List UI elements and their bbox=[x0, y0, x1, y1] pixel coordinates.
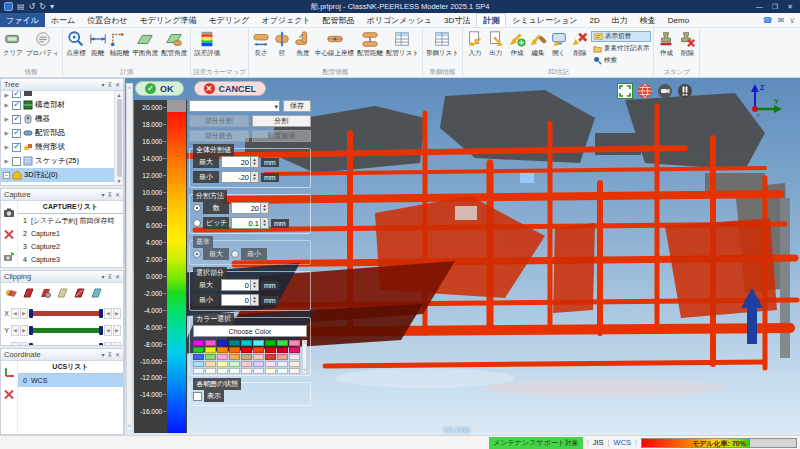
step-left-icon[interactable]: ◀ bbox=[104, 308, 112, 319]
color-swatch[interactable] bbox=[229, 347, 240, 353]
ribbon-button-表示切替[interactable]: 表示切替 bbox=[591, 31, 652, 42]
ribbon-button-削除[interactable]: 削除 bbox=[677, 29, 697, 56]
color-swatch[interactable] bbox=[241, 347, 252, 353]
count-radio[interactable] bbox=[193, 204, 201, 212]
camera-icon[interactable] bbox=[3, 204, 15, 222]
count-input[interactable]: 20▲▼ bbox=[231, 202, 269, 214]
maximize-button[interactable]: ❐ bbox=[772, 3, 778, 11]
color-swatch[interactable] bbox=[253, 361, 264, 367]
step-right-icon[interactable]: ▶ bbox=[20, 325, 28, 336]
ribbon-button-作成[interactable]: 作成 bbox=[656, 29, 676, 56]
tab-出力[interactable]: 出力 bbox=[606, 13, 634, 27]
clip-range-bar[interactable]: .slbar::before,.slbar::after{background:… bbox=[30, 311, 102, 316]
step-left-icon[interactable]: ◀ bbox=[104, 325, 112, 336]
color-swatch[interactable] bbox=[241, 340, 252, 346]
clip-plane2-icon[interactable] bbox=[39, 285, 52, 303]
capture-row[interactable]: 3Capture2 bbox=[18, 240, 123, 253]
ribbon-button-形鋼リスト[interactable]: 形鋼リスト bbox=[425, 29, 460, 56]
tree-item-clipped[interactable]: ▶ bbox=[1, 91, 114, 98]
ucs-row[interactable]: 0WCS bbox=[18, 374, 123, 387]
color-swatch[interactable] bbox=[265, 368, 276, 374]
delete-x-icon[interactable] bbox=[3, 386, 15, 404]
ribbon-button-点座標[interactable]: 点座標 bbox=[65, 29, 87, 56]
color-swatch[interactable] bbox=[277, 347, 288, 353]
choose-color-button[interactable]: Choose Color bbox=[193, 325, 307, 337]
phone-icon[interactable]: ☎ bbox=[762, 16, 772, 25]
scroll-down-icon[interactable]: ▼ bbox=[117, 178, 122, 184]
collapse-icon[interactable]: − bbox=[3, 172, 10, 179]
tab-ファイル[interactable]: ファイル bbox=[0, 13, 45, 27]
scroll-up-icon[interactable]: ▲ bbox=[117, 92, 122, 98]
capture-row[interactable]: 1[システム予約] 前回保存時 bbox=[18, 214, 123, 227]
capture-row[interactable]: 2Capture1 bbox=[18, 227, 123, 240]
color-swatch[interactable] bbox=[277, 354, 288, 360]
ribbon-button-プロパティ[interactable]: プロパティ bbox=[25, 29, 60, 56]
color-swatch[interactable] bbox=[253, 368, 264, 374]
panel-menu-icon[interactable]: ▾ bbox=[102, 81, 105, 88]
close-button[interactable]: ✕ bbox=[787, 3, 793, 11]
qat-dropdown-icon[interactable]: ▾ bbox=[50, 2, 54, 11]
ribbon-button-長さ[interactable]: 長さ bbox=[251, 29, 271, 56]
tab-Demo[interactable]: Demo bbox=[662, 13, 695, 27]
color-swatch[interactable] bbox=[277, 340, 288, 346]
clip-plane5-icon[interactable] bbox=[90, 285, 103, 303]
tab-モデリング[interactable]: モデリング bbox=[202, 13, 255, 27]
app-icon[interactable] bbox=[4, 2, 13, 11]
expand-icon[interactable]: ▶ bbox=[3, 102, 10, 108]
color-swatch[interactable] bbox=[193, 368, 204, 374]
cancel-button[interactable]: ✕CANCEL bbox=[194, 81, 267, 96]
tab-計測[interactable]: 計測 bbox=[476, 13, 506, 27]
tab-検査[interactable]: 検査 bbox=[634, 13, 662, 27]
color-swatch[interactable] bbox=[241, 368, 252, 374]
close-icon[interactable]: ✕ bbox=[115, 273, 120, 280]
chevron-down-icon[interactable]: ∨ bbox=[789, 16, 795, 25]
capture-import-icon[interactable] bbox=[3, 248, 15, 266]
clip-plane1-icon[interactable] bbox=[22, 285, 35, 303]
tree-item-配管部品[interactable]: ▶配管部品 bbox=[1, 126, 114, 140]
visibility-checkbox[interactable] bbox=[12, 91, 21, 98]
dialog-scrollbar[interactable]: ˄˅ bbox=[126, 83, 133, 431]
close-icon[interactable]: ✕ bbox=[115, 81, 120, 88]
tab-オブジェクト[interactable]: オブジェクト bbox=[255, 13, 316, 27]
step-right-icon[interactable]: ▶ bbox=[20, 308, 28, 319]
color-swatch[interactable] bbox=[265, 347, 276, 353]
selection-max-input[interactable]: 0▲▼ bbox=[221, 279, 259, 291]
color-swatch[interactable] bbox=[289, 340, 300, 346]
visibility-checkbox[interactable] bbox=[12, 157, 21, 166]
tab-2D[interactable]: 2D bbox=[584, 13, 606, 27]
saturation-button[interactable]: 彩度最適 bbox=[252, 130, 312, 142]
tree-item-スケッチ(25)[interactable]: ▶スケッチ(25) bbox=[1, 154, 114, 168]
color-swatch[interactable] bbox=[265, 361, 276, 367]
tab-位置合わせ[interactable]: 位置合わせ bbox=[81, 13, 133, 27]
globe-icon[interactable] bbox=[637, 83, 653, 99]
color-swatch[interactable] bbox=[265, 354, 276, 360]
color-swatch[interactable] bbox=[253, 347, 264, 353]
pitch-radio[interactable] bbox=[193, 219, 201, 227]
step-right-icon[interactable]: ▶ bbox=[113, 325, 121, 336]
color-swatch[interactable] bbox=[229, 361, 240, 367]
color-swatch[interactable] bbox=[229, 368, 240, 374]
warning-icon[interactable] bbox=[677, 83, 693, 99]
pin-icon[interactable]: ⊼ bbox=[108, 273, 112, 280]
color-swatch[interactable] bbox=[193, 347, 204, 353]
color-swatch[interactable] bbox=[265, 340, 276, 346]
ribbon-button-クリア[interactable]: クリア bbox=[2, 29, 24, 56]
color-swatch[interactable] bbox=[217, 347, 228, 353]
step-left-icon[interactable]: ◀ bbox=[11, 308, 19, 319]
color-swatch[interactable] bbox=[253, 354, 264, 360]
step-left-icon[interactable]: ◀ bbox=[11, 342, 19, 346]
color-swatch[interactable] bbox=[277, 361, 288, 367]
color-swatch[interactable] bbox=[241, 354, 252, 360]
visibility-checkbox[interactable] bbox=[12, 115, 21, 124]
mail-icon[interactable]: ✉ bbox=[777, 16, 784, 25]
color-swatch[interactable] bbox=[193, 340, 204, 346]
basis-min-radio[interactable] bbox=[231, 250, 239, 258]
tree-item-3D注記(0)[interactable]: −3D注記(0) bbox=[1, 168, 114, 182]
ribbon-button-出力[interactable]: 出力 bbox=[486, 29, 506, 56]
color-swatch[interactable] bbox=[277, 368, 288, 374]
close-icon[interactable]: ✕ bbox=[115, 351, 120, 358]
ribbon-button-配管距離[interactable]: 配管距離 bbox=[356, 29, 384, 56]
ribbon-button-中心線上座標[interactable]: 中心線上座標 bbox=[314, 29, 355, 56]
3d-viewport[interactable]: Z Y x 10,000 ˄˅ ✓OK ✕CANCEL 20.00018.000… bbox=[125, 78, 800, 435]
clip-all-icon[interactable] bbox=[5, 285, 18, 303]
